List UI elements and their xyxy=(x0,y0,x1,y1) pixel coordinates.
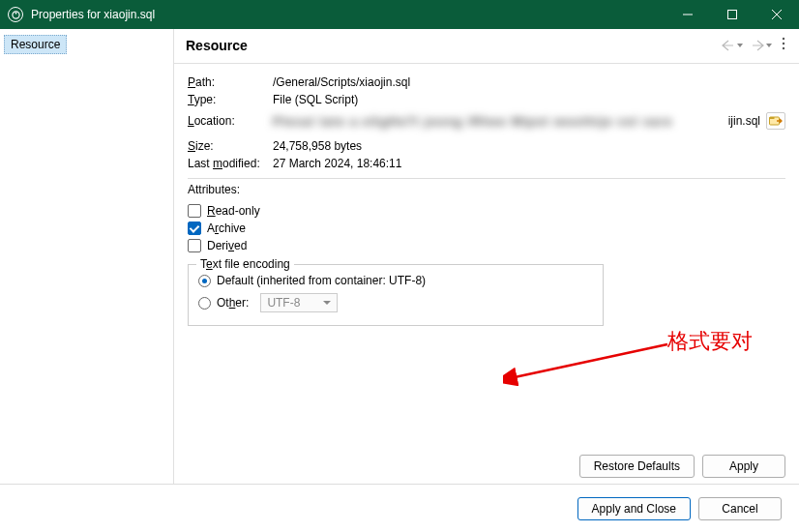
titlebar: Properties for xiaojin.sql xyxy=(0,0,799,29)
encoding-default-row[interactable]: Default (inherited from container: UTF-8… xyxy=(198,271,593,290)
svg-line-11 xyxy=(515,344,667,377)
derived-checkbox-row[interactable]: Derived xyxy=(188,237,785,254)
separator xyxy=(188,178,785,179)
main-header: Resource xyxy=(174,29,799,64)
modified-label: Last modified: xyxy=(188,157,273,170)
svg-point-8 xyxy=(783,47,784,49)
type-label: Type: xyxy=(188,93,273,106)
show-in-explorer-button[interactable] xyxy=(766,112,785,130)
encoding-default-label: Default (inherited from container: UTF-8… xyxy=(217,274,426,287)
encoding-legend: Text file encoding xyxy=(196,257,294,271)
encoding-other-row[interactable]: Other: UTF-8 xyxy=(198,290,593,315)
encoding-default-radio[interactable] xyxy=(198,275,211,287)
annotation-text: 格式要对 xyxy=(667,327,753,356)
content-area: Path: /General/Scripts/xiaojin.sql Type:… xyxy=(174,64,799,447)
archive-checkbox-row[interactable]: Archive xyxy=(188,220,785,237)
encoding-other-radio[interactable] xyxy=(198,297,211,310)
nav-controls xyxy=(722,37,787,53)
svg-point-6 xyxy=(783,38,784,40)
svg-point-7 xyxy=(783,43,784,44)
window-controls xyxy=(666,0,799,29)
menu-dots-icon[interactable] xyxy=(780,37,787,53)
cancel-button[interactable]: Cancel xyxy=(698,497,782,520)
size-label: Size: xyxy=(188,139,273,153)
modified-value: 27 March 2024, 18:46:11 xyxy=(273,157,785,170)
readonly-checkbox[interactable] xyxy=(188,204,201,218)
apply-button[interactable]: Apply xyxy=(702,455,785,478)
derived-checkbox[interactable] xyxy=(188,239,201,252)
main-panel: Resource Pa xyxy=(174,29,799,484)
encoding-other-combo[interactable]: UTF-8 xyxy=(260,293,338,312)
attributes-label: Attributes: xyxy=(188,183,785,196)
archive-label: Archive xyxy=(207,222,246,235)
location-value: Plesal lato a eXgHe7t joong lRhee Mlpot … xyxy=(273,113,725,129)
restore-defaults-button[interactable]: Restore Defaults xyxy=(579,455,695,478)
apply-and-close-button[interactable]: Apply and Close xyxy=(577,497,691,520)
location-label: Location: xyxy=(188,114,273,128)
body-area: Resource Resource xyxy=(0,29,799,484)
chevron-down-icon[interactable] xyxy=(766,44,772,47)
minimize-button[interactable] xyxy=(666,0,710,29)
path-value: /General/Scripts/xiaojin.sql xyxy=(273,75,785,89)
derived-label: Derived xyxy=(207,239,247,252)
main-footer: Restore Defaults Apply xyxy=(174,447,799,484)
dialog-footer: Apply and Close Cancel xyxy=(0,484,799,532)
sidebar-item-resource[interactable]: Resource xyxy=(4,35,67,54)
nav-back-icon[interactable] xyxy=(722,40,735,51)
app-icon xyxy=(8,7,23,22)
sidebar: Resource xyxy=(0,29,174,484)
page-title: Resource xyxy=(186,38,248,53)
size-value: 24,758,958 bytes xyxy=(273,139,785,153)
type-value: File (SQL Script) xyxy=(273,93,785,106)
readonly-label: Read-only xyxy=(207,204,260,218)
encoding-fieldset: Text file encoding Default (inherited fr… xyxy=(188,264,604,326)
path-label: Path: xyxy=(188,75,273,89)
svg-point-1 xyxy=(15,12,16,14)
annotation-arrow xyxy=(503,333,677,400)
chevron-down-icon[interactable] xyxy=(737,44,743,47)
maximize-button[interactable] xyxy=(710,0,755,29)
nav-forward-icon[interactable] xyxy=(751,40,764,51)
location-suffix: ijin.sql xyxy=(728,114,760,128)
archive-checkbox[interactable] xyxy=(188,222,201,235)
window-title: Properties for xiaojin.sql xyxy=(31,8,666,21)
readonly-checkbox-row[interactable]: Read-only xyxy=(188,202,785,220)
svg-rect-3 xyxy=(728,11,737,19)
svg-rect-10 xyxy=(770,117,775,119)
close-button[interactable] xyxy=(755,0,799,29)
encoding-other-label: Other: xyxy=(217,296,249,310)
